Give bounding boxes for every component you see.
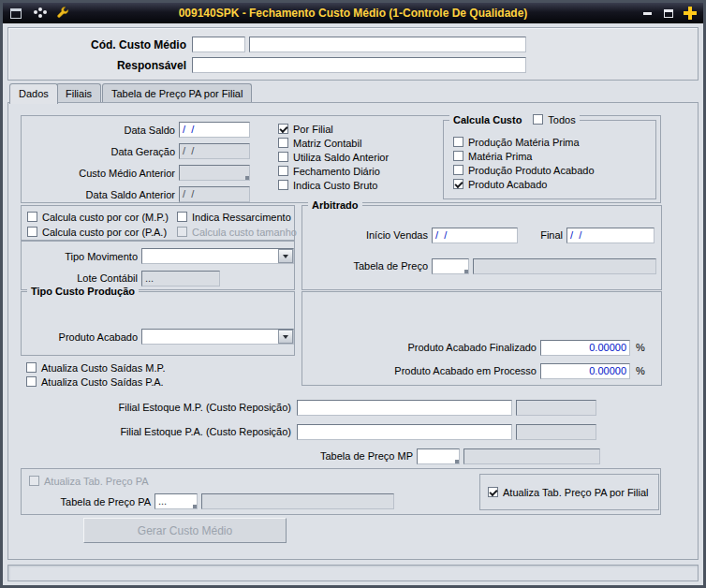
checkbox-label: Matriz Contabil — [293, 138, 361, 149]
data-geracao-input[interactable]: / / — [179, 143, 250, 159]
checkbox-box — [177, 227, 187, 237]
checkbox-materia-prima[interactable]: Matéria Prima — [453, 150, 532, 162]
arbitrado-title: Arbitrado — [308, 199, 362, 211]
percentuais-box: Produto Acabado Finalizado 0.00000 % Pro… — [302, 291, 662, 386]
checkbox-label: Atualiza Tab. Preço PA — [44, 476, 149, 487]
checkbox-producao-produto-acabado[interactable]: Produção Produto Acabado — [453, 164, 595, 176]
checkbox-atualiza-custo-saidas-pa[interactable]: Atualiza Custo Saídas P.A. — [26, 375, 164, 388]
tabela-preco-pa-box: Atualiza Tab. Preço PA Tabela de Preço P… — [21, 468, 661, 515]
checkbox-atualiza-tab-preco-pa[interactable]: Atualiza Tab. Preço PA — [29, 475, 149, 487]
tab-tabela-preco-pa-por-filial[interactable]: Tabela de Preço PA por Filial — [102, 83, 252, 103]
tab-filiais[interactable]: Filiais — [56, 83, 101, 103]
maximize-button[interactable] — [661, 7, 676, 21]
produto-acabado-select[interactable]: EFETIVO — [141, 329, 294, 345]
tipo-movimento-select[interactable]: AUTORIZAÇÃO — [141, 248, 294, 264]
produto-acabado-finalizado-input[interactable]: 0.00000 — [540, 340, 630, 356]
window-title: 009140SPK - Fechamento Custo Médio (1-Co… — [3, 3, 703, 23]
checkbox-produto-acabado[interactable]: Produto Acabado — [453, 178, 547, 190]
system-menu-icon[interactable] — [8, 7, 23, 21]
custo-medio-anterior-label: Custo Médio Anterior — [25, 168, 175, 179]
tabela-preco-pa-label: Tabela de Preço PA — [27, 496, 151, 507]
checkbox-box — [278, 166, 288, 176]
checkbox-calcula-custo-cor-mp[interactable]: Calcula custo por cor (M.P.) — [27, 211, 169, 223]
checkbox-label: Atualiza Tab. Preço PA por Filial — [503, 487, 649, 498]
checkbox-label: Produção Matéria Prima — [468, 137, 580, 148]
tabela-preco-mp-code-input[interactable] — [417, 448, 460, 464]
checkbox-matriz-contabil[interactable]: Matriz Contabil — [278, 137, 361, 149]
produto-acabado-processo-label: Produto Acabado em Processo — [310, 365, 537, 376]
gerar-custo-medio-button[interactable]: Gerar Custo Médio — [83, 518, 287, 543]
dates-flags-box: Data Saldo / / Data Geração / / Custo Mé… — [21, 115, 661, 203]
checkbox-box — [278, 138, 288, 148]
cod-custo-medio-input[interactable] — [192, 37, 245, 52]
minimize-icon — [643, 12, 652, 15]
finalizado-percent-label: % — [636, 342, 645, 353]
tabela-preco-desc-input[interactable] — [473, 258, 656, 274]
checkbox-fechamento-diario[interactable]: Fechamento Diário — [278, 165, 380, 177]
chevron-down-icon — [283, 255, 288, 258]
cod-custo-medio-desc-input[interactable] — [249, 37, 526, 52]
paw-glyph — [34, 7, 46, 19]
inicio-vendas-input[interactable]: / / — [432, 228, 518, 243]
data-saldo-input[interactable]: / / — [179, 122, 250, 138]
dropdown-button[interactable] — [278, 249, 293, 263]
minimize-button[interactable] — [640, 7, 655, 21]
checkbox-atualiza-tab-preco-pa-por-filial[interactable]: Atualiza Tab. Preço PA por Filial — [488, 486, 649, 498]
checkbox-label: Calcula custo por cor (M.P.) — [42, 212, 169, 223]
checkbox-label: Calcula custo tamanho — [192, 227, 297, 238]
tab-dados[interactable]: Dados — [9, 83, 58, 104]
dropdown-button[interactable] — [278, 330, 293, 344]
checkbox-box — [453, 151, 463, 161]
data-saldo-anterior-label: Data Saldo Anterior — [25, 189, 175, 200]
data-saldo-anterior-input[interactable]: / / — [179, 186, 250, 202]
checkbox-box — [26, 362, 37, 373]
wrench-icon-svg — [56, 7, 69, 20]
checkbox-label: Calcula custo por cor (P.A.) — [42, 227, 167, 238]
wrench-icon[interactable] — [55, 7, 70, 21]
filial-estoque-mp-filial-input[interactable] — [516, 400, 596, 416]
form-icon — [10, 8, 22, 19]
checkbox-label: Atualiza Custo Saídas M.P. — [41, 362, 165, 374]
tabela-preco-mp-desc-input[interactable] — [463, 448, 600, 464]
checkbox-box — [453, 165, 463, 175]
movimento-box: Tipo Movimento AUTORIZAÇÃO Lote Contábil… — [21, 241, 295, 290]
tabela-preco-pa-desc-input[interactable] — [201, 493, 394, 509]
checkbox-indica-custo-bruto[interactable]: Indica Custo Bruto — [278, 179, 378, 191]
checkbox-atualiza-custo-saidas-mp[interactable]: Atualiza Custo Saídas M.P. — [26, 361, 165, 374]
tabela-preco-label: Tabela de Preço — [310, 260, 428, 272]
tipo-custo-producao-group: Tipo Custo Produção Produto Acabado EFET… — [21, 291, 295, 356]
lote-contabil-input[interactable]: ... — [141, 271, 220, 287]
calcula-custo-group: Calcula Custo Todos Produção Matéria Pri… — [443, 120, 656, 199]
checkbox-box — [177, 212, 187, 222]
checkbox-todos[interactable]: Todos — [533, 113, 575, 125]
checkbox-calcula-custo-tamanho[interactable]: Calcula custo tamanho — [177, 226, 297, 238]
filial-estoque-mp-input[interactable] — [297, 400, 512, 416]
filial-estoque-pa-filial-input[interactable] — [516, 424, 596, 440]
checkbox-box — [27, 227, 37, 237]
data-geracao-label: Data Geração — [25, 146, 175, 157]
checkbox-box — [488, 487, 498, 497]
checkbox-box — [453, 137, 463, 147]
checkbox-indica-ressarcimento[interactable]: Indica Ressarcimento — [177, 211, 291, 223]
checkbox-utiliza-saldo-anterior[interactable]: Utiliza Saldo Anterior — [278, 151, 389, 163]
checkbox-label: Por Filial — [293, 124, 333, 135]
close-button[interactable] — [683, 7, 698, 21]
final-input[interactable]: / / — [566, 228, 655, 243]
produto-acabado-processo-input[interactable]: 0.00000 — [540, 363, 630, 379]
responsavel-input[interactable] — [192, 57, 526, 73]
tabela-preco-pa-code-input[interactable]: ... — [154, 493, 198, 509]
tipo-custo-producao-title: Tipo Custo Produção — [27, 286, 139, 297]
calcula-custo-title: Calcula Custo — [453, 114, 522, 125]
inicio-vendas-label: Início Vendas — [310, 229, 428, 241]
custo-medio-anterior-input[interactable] — [179, 165, 250, 181]
checkbox-por-filial[interactable]: Por Filial — [278, 123, 333, 135]
paw-icon[interactable] — [32, 7, 47, 21]
tabela-preco-code-input[interactable] — [432, 258, 469, 274]
final-label: Final — [525, 229, 563, 241]
filial-estoque-mp-label: Filial Estoque M.P. (Custo Reposição) — [25, 402, 291, 413]
checkbox-producao-materia-prima[interactable]: Produção Matéria Prima — [453, 136, 580, 148]
filial-estoque-pa-input[interactable] — [297, 424, 512, 440]
filial-estoque-pa-label: Filial Estoque P.A. (Custo Reposição) — [25, 426, 291, 437]
checkbox-label: Produção Produto Acabado — [468, 165, 595, 176]
checkbox-calcula-custo-cor-pa[interactable]: Calcula custo por cor (P.A.) — [27, 226, 167, 238]
